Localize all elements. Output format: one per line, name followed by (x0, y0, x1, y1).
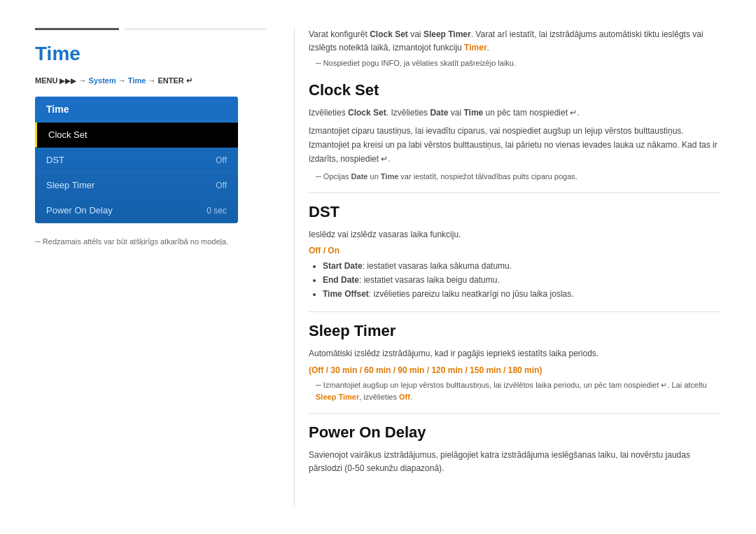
section-dst-orange: Off / On (309, 246, 721, 255)
section-clock-set-title: Clock Set (309, 81, 721, 99)
divider-1 (309, 192, 721, 193)
menu-item-clock-set-label: Clock Set (48, 129, 88, 140)
top-line-decoration (35, 28, 266, 30)
intro-text: Varat konfigurēt Clock Set vai Sleep Tim… (309, 28, 721, 55)
section-clock-set: Clock Set Izvēlieties Clock Set. Izvēlie… (309, 81, 721, 182)
dst-bullet-time-offset: Time Offset: izvēlieties pareizu laiku n… (323, 288, 721, 302)
dst-bullet-start-date: Start Date: iestatiet vasaras laika sāku… (323, 260, 721, 274)
section-clock-set-body1: Izvēlieties Clock Set. Izvēlieties Date … (309, 106, 721, 120)
section-sleep-timer-orange: (Off / 30 min / 60 min / 90 min / 120 mi… (309, 365, 721, 375)
section-dst-title: DST (309, 203, 721, 221)
menu-item-sleep-timer[interactable]: Sleep Timer Off (35, 173, 238, 198)
menu-box: Time Clock Set DST Off Sleep Timer Off P… (35, 97, 238, 223)
menu-box-header: Time (35, 97, 238, 122)
section-dst-bullets: Start Date: iestatiet vasaras laika sāku… (309, 260, 721, 301)
menu-item-sleep-timer-label: Sleep Timer (46, 180, 94, 190)
section-power-on-delay-body1: Savienojot vairākus izstrādājumus, pielā… (309, 449, 721, 477)
left-panel: Time MENU ▶▶▶ → System → Time → ENTER ↵ … (35, 28, 294, 506)
top-line-bar-left (35, 28, 119, 30)
page-title: Time (35, 43, 266, 65)
section-sleep-timer-body1: Automātiski izslēdz izstrādājumu, kad ir… (309, 347, 721, 361)
section-power-on-delay: Power On Delay Savienojot vairākus izstr… (309, 423, 721, 477)
divider-3 (309, 413, 721, 414)
section-clock-set-body2: Izmantojiet ciparu taustiņus, lai ievadī… (309, 125, 721, 166)
menu-item-dst-value: Off (216, 155, 227, 165)
left-footnote: Redzamais attēls var būt atšķirīgs atkar… (35, 237, 266, 246)
section-dst: DST Ieslēdz vai izslēdz vasaras laika fu… (309, 203, 721, 302)
menu-item-sleep-timer-value: Off (216, 181, 227, 190)
menu-item-dst[interactable]: DST Off (35, 148, 238, 173)
section-dst-body1: Ieslēdz vai izslēdz vasaras laika funkci… (309, 228, 721, 242)
menu-item-power-on-delay[interactable]: Power On Delay 0 sec (35, 198, 238, 223)
menu-item-clock-set[interactable]: Clock Set (35, 122, 238, 148)
intro-note: Nospiediet pogu INFO, ja vēlaties skatīt… (309, 59, 721, 67)
right-panel: Varat konfigurēt Clock Set vai Sleep Tim… (294, 28, 721, 506)
section-sleep-timer-note: Izmantojiet augšup un lejup vērstos bult… (309, 379, 721, 403)
menu-item-dst-label: DST (46, 155, 64, 165)
section-sleep-timer-title: Sleep Timer (309, 322, 721, 340)
top-line-bar-right (125, 29, 266, 29)
menu-item-power-on-delay-value: 0 sec (206, 206, 227, 216)
section-power-on-delay-title: Power On Delay (309, 423, 721, 442)
dst-bullet-end-date: End Date: iestatiet vasaras laika beigu … (323, 274, 721, 288)
menu-path: MENU ▶▶▶ → System → Time → ENTER ↵ (35, 76, 266, 85)
section-sleep-timer: Sleep Timer Automātiski izslēdz izstrādā… (309, 322, 721, 403)
section-clock-set-note: Opcijas Date un Time var iestatīt, nospi… (309, 171, 721, 183)
divider-2 (309, 311, 721, 312)
menu-item-power-on-delay-label: Power On Delay (46, 205, 113, 216)
